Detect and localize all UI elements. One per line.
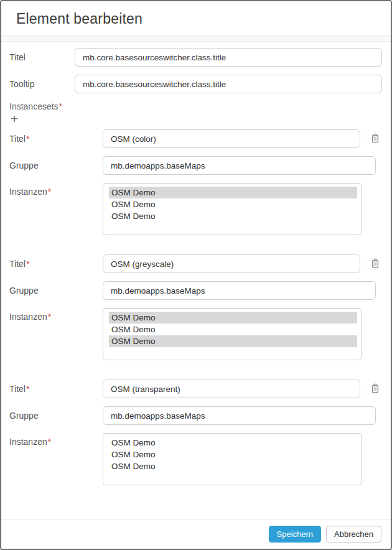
required-asterisk: * bbox=[48, 187, 51, 197]
group-instanzen-row: Instanzen* OSM DemoOSM DemoOSM Demo bbox=[9, 433, 382, 485]
group-titel-row: Titel* bbox=[9, 380, 382, 398]
instanceset-groups: Titel* Gruppe Instanzen* OSM DemoOSM Dem… bbox=[9, 129, 382, 485]
delete-instanceset-button[interactable] bbox=[368, 132, 382, 146]
titel-input[interactable] bbox=[75, 48, 382, 67]
group-instanzen-label: Instanzen* bbox=[9, 183, 103, 197]
edit-element-dialog: Element bearbeiten Titel Tooltip Instanc… bbox=[0, 0, 392, 550]
instanzen-listbox[interactable]: OSM DemoOSM DemoOSM Demo bbox=[103, 183, 362, 235]
group-instanzen-label: Instanzen* bbox=[9, 308, 103, 322]
required-asterisk: * bbox=[48, 312, 51, 322]
group-titel-input[interactable] bbox=[103, 254, 360, 273]
group-gruppe-row: Gruppe bbox=[9, 156, 382, 175]
group-titel-label: Titel* bbox=[9, 384, 103, 394]
trash-icon bbox=[371, 258, 380, 270]
group-instanzen-row: Instanzen* OSM DemoOSM DemoOSM Demo bbox=[9, 308, 382, 360]
group-gruppe-row: Gruppe bbox=[9, 281, 382, 300]
group-titel-label: Titel* bbox=[9, 134, 103, 144]
titel-label: Titel bbox=[9, 52, 75, 62]
instanzen-option[interactable]: OSM Demo bbox=[109, 437, 357, 449]
instanzen-listbox[interactable]: OSM DemoOSM DemoOSM Demo bbox=[103, 433, 362, 485]
group-gruppe-row: Gruppe bbox=[9, 406, 382, 425]
required-asterisk: * bbox=[26, 384, 29, 394]
instanceset-group: Titel* Gruppe Instanzen* OSM DemoOSM Dem… bbox=[9, 129, 382, 235]
group-gruppe-label: Gruppe bbox=[9, 286, 103, 296]
instancesets-label: Instancesets* bbox=[9, 101, 382, 111]
group-instanzen-row: Instanzen* OSM DemoOSM DemoOSM Demo bbox=[9, 183, 382, 235]
cancel-button[interactable]: Abbrechen bbox=[326, 526, 381, 543]
group-gruppe-label: Gruppe bbox=[9, 161, 103, 170]
tooltip-label: Tooltip bbox=[9, 79, 75, 89]
group-gruppe-input[interactable] bbox=[103, 406, 376, 425]
instanzen-option[interactable]: OSM Demo bbox=[109, 210, 357, 222]
instanzen-option[interactable]: OSM Demo bbox=[109, 324, 357, 335]
required-asterisk: * bbox=[48, 437, 51, 447]
dialog-footer: Speichern Abbrechen bbox=[1, 519, 391, 549]
instanzen-option[interactable]: OSM Demo bbox=[109, 187, 357, 198]
instanzen-option[interactable]: OSM Demo bbox=[109, 449, 357, 460]
trash-icon bbox=[371, 133, 380, 145]
instanzen-listbox[interactable]: OSM DemoOSM DemoOSM Demo bbox=[103, 308, 362, 360]
dialog-title: Element bearbeiten bbox=[16, 11, 376, 27]
group-titel-input[interactable] bbox=[103, 129, 360, 148]
save-button[interactable]: Speichern bbox=[269, 526, 322, 543]
instanzen-option[interactable]: OSM Demo bbox=[109, 312, 357, 324]
required-asterisk: * bbox=[26, 259, 29, 269]
group-gruppe-input[interactable] bbox=[103, 156, 376, 175]
tooltip-input[interactable] bbox=[75, 75, 382, 93]
plus-icon: + bbox=[11, 114, 18, 124]
group-gruppe-input[interactable] bbox=[103, 281, 376, 300]
group-gruppe-label: Gruppe bbox=[9, 411, 103, 421]
delete-instanceset-button[interactable] bbox=[368, 382, 382, 396]
required-asterisk: * bbox=[26, 134, 29, 144]
instanzen-option[interactable]: OSM Demo bbox=[109, 335, 357, 347]
dialog-body: Titel Tooltip Instancesets* + Titel* bbox=[1, 42, 391, 519]
group-titel-label: Titel* bbox=[9, 259, 103, 269]
group-titel-row: Titel* bbox=[9, 129, 382, 148]
group-titel-input[interactable] bbox=[103, 380, 360, 398]
header-divider-band bbox=[1, 35, 391, 42]
instanceset-group: Titel* Gruppe Instanzen* OSM DemoOSM Dem… bbox=[9, 254, 382, 360]
instanzen-option[interactable]: OSM Demo bbox=[109, 198, 357, 210]
add-instanceset-button[interactable]: + bbox=[8, 113, 21, 125]
instanceset-group: Titel* Gruppe Instanzen* OSM DemoOSM Dem… bbox=[9, 380, 382, 485]
dialog-header: Element bearbeiten bbox=[1, 1, 391, 35]
instanzen-option[interactable]: OSM Demo bbox=[109, 460, 357, 472]
tooltip-row: Tooltip bbox=[9, 75, 382, 93]
trash-icon bbox=[371, 383, 380, 395]
delete-instanceset-button[interactable] bbox=[368, 257, 382, 271]
group-titel-row: Titel* bbox=[9, 254, 382, 273]
group-instanzen-label: Instanzen* bbox=[9, 433, 103, 447]
titel-row: Titel bbox=[9, 48, 382, 67]
required-asterisk: * bbox=[59, 101, 62, 111]
